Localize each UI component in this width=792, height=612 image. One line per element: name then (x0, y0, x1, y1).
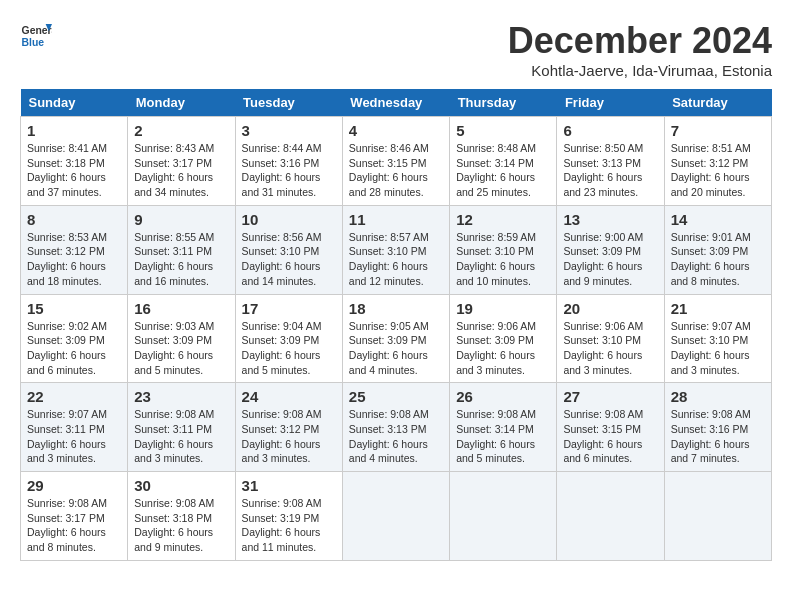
day-number: 25 (349, 388, 443, 405)
day-number: 7 (671, 122, 765, 139)
calendar-cell: 25Sunrise: 9:08 AMSunset: 3:13 PMDayligh… (342, 383, 449, 472)
day-number: 12 (456, 211, 550, 228)
header-wednesday: Wednesday (342, 89, 449, 117)
day-number: 11 (349, 211, 443, 228)
day-number: 18 (349, 300, 443, 317)
day-number: 15 (27, 300, 121, 317)
day-number: 29 (27, 477, 121, 494)
calendar-week-4: 22Sunrise: 9:07 AMSunset: 3:11 PMDayligh… (21, 383, 772, 472)
calendar-cell: 19Sunrise: 9:06 AMSunset: 3:09 PMDayligh… (450, 294, 557, 383)
calendar-subtitle: Kohtla-Jaerve, Ida-Virumaa, Estonia (508, 62, 772, 79)
calendar-week-5: 29Sunrise: 9:08 AMSunset: 3:17 PMDayligh… (21, 472, 772, 561)
day-content: Sunrise: 9:02 AMSunset: 3:09 PMDaylight:… (27, 319, 121, 378)
header-saturday: Saturday (664, 89, 771, 117)
day-number: 19 (456, 300, 550, 317)
day-content: Sunrise: 8:55 AMSunset: 3:11 PMDaylight:… (134, 230, 228, 289)
day-number: 1 (27, 122, 121, 139)
day-number: 5 (456, 122, 550, 139)
day-content: Sunrise: 8:46 AMSunset: 3:15 PMDaylight:… (349, 141, 443, 200)
day-number: 9 (134, 211, 228, 228)
day-content: Sunrise: 9:07 AMSunset: 3:11 PMDaylight:… (27, 407, 121, 466)
header-monday: Monday (128, 89, 235, 117)
day-number: 27 (563, 388, 657, 405)
day-number: 21 (671, 300, 765, 317)
day-content: Sunrise: 9:06 AMSunset: 3:10 PMDaylight:… (563, 319, 657, 378)
day-number: 2 (134, 122, 228, 139)
day-content: Sunrise: 8:57 AMSunset: 3:10 PMDaylight:… (349, 230, 443, 289)
calendar-cell: 20Sunrise: 9:06 AMSunset: 3:10 PMDayligh… (557, 294, 664, 383)
day-content: Sunrise: 8:59 AMSunset: 3:10 PMDaylight:… (456, 230, 550, 289)
calendar-cell: 7Sunrise: 8:51 AMSunset: 3:12 PMDaylight… (664, 117, 771, 206)
day-number: 14 (671, 211, 765, 228)
calendar-cell: 17Sunrise: 9:04 AMSunset: 3:09 PMDayligh… (235, 294, 342, 383)
day-number: 26 (456, 388, 550, 405)
calendar-cell: 23Sunrise: 9:08 AMSunset: 3:11 PMDayligh… (128, 383, 235, 472)
calendar-title: December 2024 (508, 20, 772, 62)
title-block: December 2024 Kohtla-Jaerve, Ida-Virumaa… (508, 20, 772, 79)
day-number: 16 (134, 300, 228, 317)
day-content: Sunrise: 8:48 AMSunset: 3:14 PMDaylight:… (456, 141, 550, 200)
day-content: Sunrise: 9:08 AMSunset: 3:15 PMDaylight:… (563, 407, 657, 466)
day-number: 23 (134, 388, 228, 405)
calendar-week-1: 1Sunrise: 8:41 AMSunset: 3:18 PMDaylight… (21, 117, 772, 206)
header-thursday: Thursday (450, 89, 557, 117)
day-content: Sunrise: 9:08 AMSunset: 3:12 PMDaylight:… (242, 407, 336, 466)
day-content: Sunrise: 9:07 AMSunset: 3:10 PMDaylight:… (671, 319, 765, 378)
day-number: 30 (134, 477, 228, 494)
header-tuesday: Tuesday (235, 89, 342, 117)
calendar-cell: 18Sunrise: 9:05 AMSunset: 3:09 PMDayligh… (342, 294, 449, 383)
day-content: Sunrise: 9:08 AMSunset: 3:17 PMDaylight:… (27, 496, 121, 555)
day-content: Sunrise: 9:05 AMSunset: 3:09 PMDaylight:… (349, 319, 443, 378)
calendar-cell: 15Sunrise: 9:02 AMSunset: 3:09 PMDayligh… (21, 294, 128, 383)
page-header: General Blue General Blue December 2024 … (20, 20, 772, 79)
day-content: Sunrise: 9:01 AMSunset: 3:09 PMDaylight:… (671, 230, 765, 289)
calendar-cell: 21Sunrise: 9:07 AMSunset: 3:10 PMDayligh… (664, 294, 771, 383)
calendar-cell: 29Sunrise: 9:08 AMSunset: 3:17 PMDayligh… (21, 472, 128, 561)
day-number: 8 (27, 211, 121, 228)
day-content: Sunrise: 8:50 AMSunset: 3:13 PMDaylight:… (563, 141, 657, 200)
day-content: Sunrise: 8:51 AMSunset: 3:12 PMDaylight:… (671, 141, 765, 200)
calendar-week-2: 8Sunrise: 8:53 AMSunset: 3:12 PMDaylight… (21, 205, 772, 294)
day-content: Sunrise: 8:53 AMSunset: 3:12 PMDaylight:… (27, 230, 121, 289)
day-content: Sunrise: 9:08 AMSunset: 3:18 PMDaylight:… (134, 496, 228, 555)
calendar-cell: 3Sunrise: 8:44 AMSunset: 3:16 PMDaylight… (235, 117, 342, 206)
calendar-cell: 24Sunrise: 9:08 AMSunset: 3:12 PMDayligh… (235, 383, 342, 472)
calendar-cell (450, 472, 557, 561)
calendar-table: Sunday Monday Tuesday Wednesday Thursday… (20, 89, 772, 561)
day-content: Sunrise: 9:08 AMSunset: 3:11 PMDaylight:… (134, 407, 228, 466)
day-content: Sunrise: 8:43 AMSunset: 3:17 PMDaylight:… (134, 141, 228, 200)
day-number: 31 (242, 477, 336, 494)
calendar-cell: 30Sunrise: 9:08 AMSunset: 3:18 PMDayligh… (128, 472, 235, 561)
day-number: 4 (349, 122, 443, 139)
calendar-cell: 8Sunrise: 8:53 AMSunset: 3:12 PMDaylight… (21, 205, 128, 294)
svg-text:Blue: Blue (22, 37, 45, 48)
calendar-header: Sunday Monday Tuesday Wednesday Thursday… (21, 89, 772, 117)
calendar-cell: 14Sunrise: 9:01 AMSunset: 3:09 PMDayligh… (664, 205, 771, 294)
calendar-cell: 31Sunrise: 9:08 AMSunset: 3:19 PMDayligh… (235, 472, 342, 561)
day-content: Sunrise: 9:04 AMSunset: 3:09 PMDaylight:… (242, 319, 336, 378)
day-content: Sunrise: 8:56 AMSunset: 3:10 PMDaylight:… (242, 230, 336, 289)
calendar-cell: 6Sunrise: 8:50 AMSunset: 3:13 PMDaylight… (557, 117, 664, 206)
calendar-cell: 1Sunrise: 8:41 AMSunset: 3:18 PMDaylight… (21, 117, 128, 206)
calendar-cell: 2Sunrise: 8:43 AMSunset: 3:17 PMDaylight… (128, 117, 235, 206)
day-number: 17 (242, 300, 336, 317)
calendar-cell: 13Sunrise: 9:00 AMSunset: 3:09 PMDayligh… (557, 205, 664, 294)
day-content: Sunrise: 9:06 AMSunset: 3:09 PMDaylight:… (456, 319, 550, 378)
calendar-cell: 16Sunrise: 9:03 AMSunset: 3:09 PMDayligh… (128, 294, 235, 383)
day-number: 22 (27, 388, 121, 405)
day-number: 13 (563, 211, 657, 228)
day-content: Sunrise: 9:08 AMSunset: 3:16 PMDaylight:… (671, 407, 765, 466)
calendar-cell (557, 472, 664, 561)
calendar-cell: 11Sunrise: 8:57 AMSunset: 3:10 PMDayligh… (342, 205, 449, 294)
logo: General Blue General Blue (20, 20, 52, 52)
day-number: 24 (242, 388, 336, 405)
calendar-cell: 28Sunrise: 9:08 AMSunset: 3:16 PMDayligh… (664, 383, 771, 472)
day-content: Sunrise: 9:08 AMSunset: 3:14 PMDaylight:… (456, 407, 550, 466)
day-content: Sunrise: 8:44 AMSunset: 3:16 PMDaylight:… (242, 141, 336, 200)
day-content: Sunrise: 9:00 AMSunset: 3:09 PMDaylight:… (563, 230, 657, 289)
calendar-cell: 12Sunrise: 8:59 AMSunset: 3:10 PMDayligh… (450, 205, 557, 294)
calendar-cell: 10Sunrise: 8:56 AMSunset: 3:10 PMDayligh… (235, 205, 342, 294)
calendar-cell: 5Sunrise: 8:48 AMSunset: 3:14 PMDaylight… (450, 117, 557, 206)
calendar-cell: 22Sunrise: 9:07 AMSunset: 3:11 PMDayligh… (21, 383, 128, 472)
calendar-cell (342, 472, 449, 561)
